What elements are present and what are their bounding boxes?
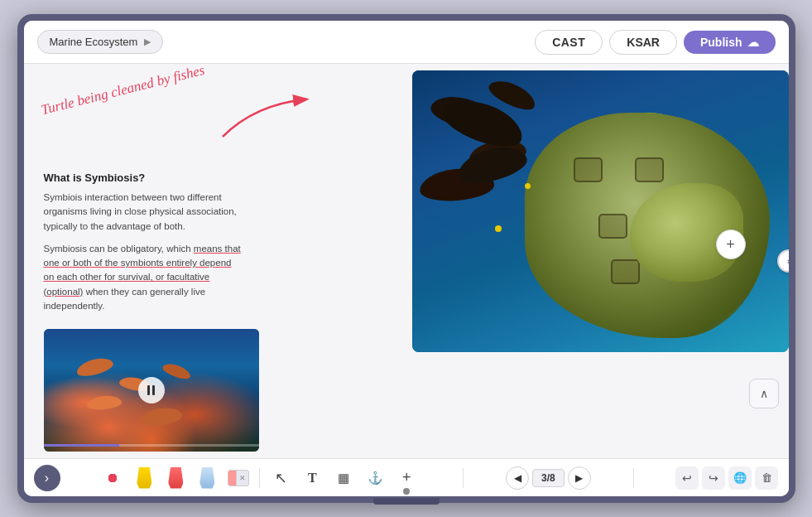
toolbar-right-tools: ↩ ↪ 🌐 🗑 xyxy=(675,466,778,490)
cursor-icon: ↖ xyxy=(275,469,287,487)
next-page-icon: ▶ xyxy=(575,472,583,484)
fish-eye-1 xyxy=(495,225,502,232)
text-icon: T xyxy=(308,471,317,486)
panel-toggle-button[interactable]: › xyxy=(34,465,60,491)
text-section: What is Symbiosis? Symbiois interaction … xyxy=(44,172,267,313)
drawing-tools: ⏺ ✕ xyxy=(98,464,420,492)
video-progress-bar[interactable] xyxy=(44,444,259,447)
video-progress-fill xyxy=(44,444,119,447)
add-slide-button[interactable]: + xyxy=(716,230,746,259)
image-tool-button[interactable]: ▦ xyxy=(329,464,358,492)
lesson-title-button[interactable]: Marine Ecosystem ▶ xyxy=(37,30,164,54)
content-area: Turtle being cleaned by fishes What is S… xyxy=(24,64,789,458)
chevron-right-icon: ▶ xyxy=(144,36,151,47)
redo-icon: ↪ xyxy=(709,471,718,485)
next-page-button[interactable]: ▶ xyxy=(568,466,591,490)
pause-icon xyxy=(147,385,155,395)
page-indicator: 3/8 xyxy=(532,469,565,487)
cursor-dot xyxy=(403,488,410,495)
handwriting-annotation: Turtle being cleaned by fishes xyxy=(38,73,207,107)
cursor-tool-button[interactable]: ↖ xyxy=(267,464,295,492)
plus-circle-icon: + xyxy=(402,469,411,486)
expand-icon: › xyxy=(787,256,789,266)
paragraph2: Symbiosis can be obligatory, which means… xyxy=(44,242,243,313)
highlighter-yellow-icon xyxy=(137,467,151,489)
video-thumbnail[interactable] xyxy=(44,329,259,452)
highlighter-blue-icon xyxy=(199,467,214,489)
highlighter-pink-icon xyxy=(168,467,183,489)
move-icon: ⚓ xyxy=(368,471,383,486)
redo-button[interactable]: ↪ xyxy=(702,466,725,490)
globe-icon: 🌐 xyxy=(733,471,747,484)
turtle-image xyxy=(412,70,789,352)
lesson-title-text: Marine Ecosystem xyxy=(50,36,138,48)
header-left: Marine Ecosystem ▶ xyxy=(37,30,164,54)
undo-button[interactable]: ↩ xyxy=(675,466,699,490)
monitor-stand xyxy=(373,498,440,505)
toolbar-divider-1 xyxy=(259,468,260,488)
header-right: CAST KSAR Publish ☁ xyxy=(535,30,775,55)
highlighter-blue-button[interactable] xyxy=(193,464,221,492)
eraser-icon: ✕ xyxy=(228,470,249,486)
play-pause-button[interactable] xyxy=(138,377,165,403)
paragraph1: Symbiois interaction between two differe… xyxy=(44,191,243,234)
main-content: Turtle being cleaned by fishes What is S… xyxy=(24,64,789,458)
toolbar-divider-2 xyxy=(463,468,464,488)
fish-shape-4 xyxy=(161,361,192,382)
highlighter-pink-button[interactable] xyxy=(161,464,190,492)
move-tool-button[interactable]: ⚓ xyxy=(361,464,389,492)
annotation-text: Turtle being cleaned by fishes xyxy=(39,64,206,118)
chevron-up-icon: ∧ xyxy=(760,387,768,400)
page-navigation: ◀ 3/8 ▶ xyxy=(506,466,591,490)
text-tool-button[interactable]: T xyxy=(298,464,326,492)
add-button-container: + xyxy=(716,230,746,259)
screen: Marine Ecosystem ▶ CAST KSAR Publish ☁ xyxy=(24,21,789,496)
grid-icon: ▦ xyxy=(338,471,349,486)
annotation-arrow xyxy=(214,87,314,153)
toolbar-divider-3 xyxy=(633,468,634,488)
record-icon: ⏺ xyxy=(106,471,119,486)
header-bar: Marine Ecosystem ▶ CAST KSAR Publish ☁ xyxy=(24,21,789,64)
fish-shape-5 xyxy=(139,406,182,428)
trash-icon: 🗑 xyxy=(762,471,772,484)
undo-icon: ↩ xyxy=(682,471,692,485)
fish-shape-1 xyxy=(74,355,114,379)
fish-eye-2 xyxy=(525,183,531,189)
ksar-button[interactable]: KSAR xyxy=(609,30,677,55)
fish-shape-3 xyxy=(86,395,122,412)
delete-button[interactable]: 🗑 xyxy=(755,466,778,490)
scroll-up-button[interactable]: ∧ xyxy=(749,379,779,408)
prev-page-button[interactable]: ◀ xyxy=(506,466,529,490)
globe-button[interactable]: 🌐 xyxy=(728,466,752,490)
panel-toggle-icon: › xyxy=(45,471,49,486)
monitor-frame: Marine Ecosystem ▶ CAST KSAR Publish ☁ xyxy=(17,14,795,503)
eraser-button[interactable]: ✕ xyxy=(224,464,252,492)
section-title: What is Symbiosis? xyxy=(44,172,267,184)
recording-button[interactable]: ⏺ xyxy=(98,464,127,492)
cast-button[interactable]: CAST xyxy=(535,30,603,55)
highlighter-yellow-button[interactable] xyxy=(130,464,158,492)
scroll-control: ∧ xyxy=(749,379,779,408)
cloud-icon: ☁ xyxy=(747,36,759,49)
publish-button[interactable]: Publish ☁ xyxy=(684,31,776,54)
prev-page-icon: ◀ xyxy=(514,472,521,484)
plus-icon: + xyxy=(726,236,735,254)
